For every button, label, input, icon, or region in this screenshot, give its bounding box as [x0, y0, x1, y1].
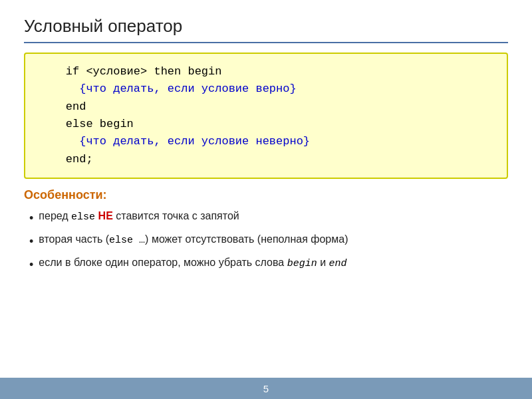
bullet-text-1: перед else НЕ ставится точка с запятой: [39, 209, 239, 224]
end-italic: end: [329, 258, 347, 269]
code-line-1: if <условие> then begin: [39, 63, 493, 80]
else-code-2: else …: [109, 235, 145, 246]
slide-title: Условный оператор: [24, 16, 508, 43]
bullet-dot-1: •: [29, 210, 33, 227]
code-line-5: {что делать, если условие неверно}: [39, 133, 493, 150]
code-line-6: end;: [39, 151, 493, 168]
code-block: if <условие> then begin {что делать, есл…: [24, 53, 508, 179]
slide-content: Условный оператор if <условие> then begi…: [0, 0, 532, 378]
code-line-4: else begin: [39, 116, 493, 133]
bullet-item-1: • перед else НЕ ставится точка с запятой: [29, 209, 508, 227]
page-number: 5: [263, 383, 269, 394]
ne-highlight: НЕ: [98, 210, 113, 221]
code-line-3: end: [39, 98, 493, 116]
bullet-list: • перед else НЕ ставится точка с запятой…: [24, 209, 508, 274]
begin-italic: begin: [287, 258, 317, 269]
bullet-item-3: • если в блоке один оператор, можно убра…: [29, 255, 508, 273]
bullet-dot-3: •: [29, 257, 33, 273]
bullet-item-2: • вторая часть (else …) может отсутствов…: [29, 232, 508, 250]
bullet-text-3: если в блоке один оператор, можно убрать…: [39, 255, 346, 271]
bullet-dot-2: •: [29, 233, 33, 250]
code-line-2: {что делать, если условие верно}: [39, 80, 493, 98]
features-section: Особенности: • перед else НЕ ставится то…: [24, 188, 508, 274]
bullet-text-2: вторая часть (else …) может отсутствоват…: [39, 232, 348, 247]
else-code-1: else: [71, 211, 95, 223]
footer-bar: 5: [0, 378, 532, 399]
features-title: Особенности:: [24, 188, 508, 202]
